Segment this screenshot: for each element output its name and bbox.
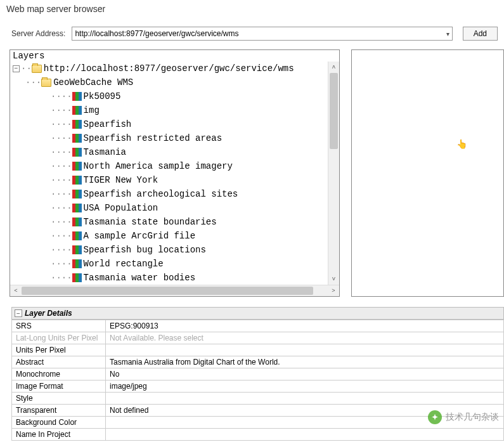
layer-icon — [72, 92, 82, 101]
layer-icon — [72, 273, 82, 282]
scroll-thumb[interactable] — [330, 73, 338, 149]
layers-tree[interactable]: −··http://localhost:8977/geoserver/gwc/s… — [10, 62, 339, 296]
tree-connector: ···· — [51, 229, 72, 243]
detail-value — [106, 344, 504, 356]
scroll-right-icon[interactable]: > — [328, 285, 339, 296]
layer-item-label: Spearfish — [84, 117, 132, 131]
collapse-toggle[interactable]: − — [15, 309, 22, 317]
tree-row[interactable]: ····Tasmania state boundaries — [13, 215, 339, 229]
detail-value: EPSG:900913 — [106, 320, 504, 332]
layer-item-label: TIGER New York — [84, 173, 158, 187]
detail-key: Abstract — [12, 356, 106, 368]
tree-service-label: GeoWebCache WMS — [53, 75, 133, 89]
detail-value — [106, 393, 504, 405]
detail-row: MonochromeNo — [12, 368, 504, 380]
tree-connector: ···· — [51, 257, 72, 271]
server-address-value: http://localhost:8977/geoserver/gwc/serv… — [75, 29, 238, 38]
tree-connector: ···· — [51, 215, 72, 229]
layer-details-title: Layer Details — [25, 308, 72, 319]
detail-key: Lat-Long Units Per Pixel — [12, 332, 106, 344]
tree-connector: ···· — [51, 159, 72, 173]
folder-icon — [41, 79, 51, 87]
tree-row[interactable]: ····Tasmania water bodies — [13, 271, 339, 285]
horizontal-scrollbar[interactable]: < > — [10, 285, 339, 296]
tree-row[interactable]: ···GeoWebCache WMS — [13, 75, 339, 89]
layer-item-label: A sample ArcGrid file — [84, 229, 195, 243]
tree-row[interactable]: ····Spearfish archeological sites — [13, 187, 339, 201]
scroll-up-icon[interactable]: ʌ — [328, 62, 339, 73]
tree-connector: ···· — [51, 103, 72, 117]
tree-row[interactable]: ····North America sample imagery — [13, 159, 339, 173]
detail-key: Transparent — [12, 405, 106, 417]
tree-row[interactable]: ····Spearfish — [13, 117, 339, 131]
tree-row[interactable]: ····img — [13, 103, 339, 117]
tree-row[interactable]: −··http://localhost:8977/geoserver/gwc/s… — [13, 62, 339, 75]
detail-key: Background Color — [12, 417, 106, 429]
detail-row: Lat-Long Units Per PixelNot Available. P… — [12, 332, 504, 344]
layer-icon — [72, 162, 82, 171]
layer-item-label: World rectangle — [84, 257, 164, 271]
layer-icon — [72, 176, 82, 185]
detail-key: Image Format — [12, 380, 106, 393]
tree-connector: ·· — [21, 62, 32, 75]
detail-row: Name In Project — [12, 429, 504, 441]
layers-panel: Layers −··http://localhost:8977/geoserve… — [10, 49, 340, 297]
tree-connector: ···· — [51, 131, 72, 145]
tree-collapse-icon[interactable]: − — [13, 65, 20, 72]
layer-icon — [72, 218, 82, 226]
layer-icon — [72, 134, 82, 143]
layer-icon — [72, 259, 82, 268]
tree-row[interactable]: ····Tasmania — [13, 145, 339, 159]
detail-value: image/jpeg — [106, 380, 504, 393]
tree-row[interactable]: ····USA Population — [13, 201, 339, 215]
layer-item-label: Pk50095 — [84, 89, 121, 103]
detail-value: No — [106, 368, 504, 380]
vertical-scrollbar[interactable]: ʌ v — [328, 62, 339, 285]
server-address-select[interactable]: http://localhost:8977/geoserver/gwc/serv… — [72, 27, 452, 41]
tree-row[interactable]: ····World rectangle — [13, 257, 339, 271]
layer-item-label: Spearfish archeological sites — [84, 187, 238, 201]
detail-key: Monochrome — [12, 368, 106, 380]
tree-row[interactable]: ····TIGER New York — [13, 173, 339, 187]
tree-row[interactable]: ····Spearfish restricted areas — [13, 131, 339, 145]
layer-item-label: USA Population — [84, 201, 158, 215]
layer-item-label: img — [84, 103, 100, 117]
layer-icon — [72, 190, 82, 198]
preview-panel: 👆 — [351, 49, 504, 297]
watermark: ✦ 技术几句杂谈 — [428, 410, 499, 424]
detail-value: Not Available. Please select — [106, 332, 504, 344]
window-title: Web map server browser — [0, 0, 504, 18]
detail-key: Units Per Pixel — [12, 344, 106, 356]
layer-icon — [72, 120, 82, 129]
tree-connector: ···· — [51, 271, 72, 285]
tree-row[interactable]: ····Pk50095 — [13, 89, 339, 103]
scroll-thumb-h[interactable] — [22, 287, 313, 295]
tree-root-label: http://localhost:8977/geoserver/gwc/serv… — [44, 62, 294, 75]
layer-icon — [72, 245, 82, 254]
watermark-text: 技术几句杂谈 — [446, 412, 499, 423]
cursor-icon: 👆 — [456, 139, 467, 149]
scroll-left-icon[interactable]: < — [10, 285, 22, 296]
layer-item-label: Spearfish restricted areas — [84, 131, 222, 145]
server-address-label: Server Address: — [11, 29, 65, 38]
add-button[interactable]: Add — [463, 27, 498, 41]
tree-connector: ···· — [51, 173, 72, 187]
layer-item-label: North America sample imagery — [84, 159, 233, 173]
tree-connector: ···· — [51, 201, 72, 215]
layer-item-label: Tasmania — [84, 145, 126, 159]
scroll-down-icon[interactable]: v — [328, 273, 339, 285]
detail-key: SRS — [12, 320, 106, 332]
layer-icon — [72, 231, 82, 240]
folder-icon — [32, 65, 42, 73]
layers-header: Layers — [10, 50, 339, 62]
detail-row: AbstractTasmania Australia from Digital … — [12, 356, 504, 368]
tree-connector: ···· — [51, 117, 72, 131]
layer-item-label: Tasmania state boundaries — [84, 215, 217, 229]
detail-row: SRSEPSG:900913 — [12, 320, 504, 332]
detail-key: Name In Project — [12, 429, 106, 441]
detail-value: Tasmania Australia from Digital Chart of… — [106, 356, 504, 368]
tree-row[interactable]: ····A sample ArcGrid file — [13, 229, 339, 243]
tree-row[interactable]: ····Spearfish bug locations — [13, 243, 339, 257]
tree-connector: ···· — [51, 89, 72, 103]
tree-connector: ··· — [25, 75, 41, 89]
